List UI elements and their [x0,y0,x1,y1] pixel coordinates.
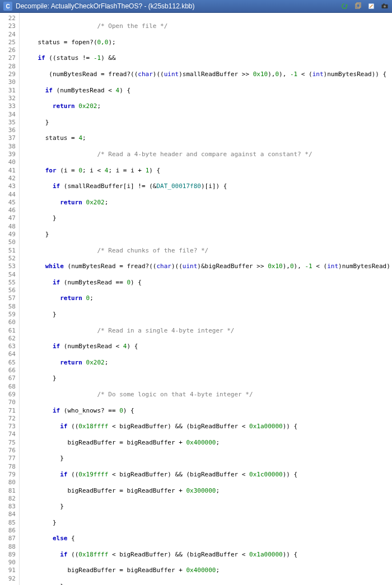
ident: numBytesRead [327,71,371,78]
number: 0x1a00000 [249,551,283,558]
line-number: 71 [0,407,16,415]
number: 0x18ffff [78,423,108,430]
code-line: } [23,311,392,319]
camera-icon[interactable] [381,2,389,10]
keyword: if [60,471,67,478]
line-number: 67 [0,375,16,382]
line-number: 44 [0,191,16,199]
ident: status [38,39,60,46]
line-number: 45 [0,199,16,207]
code-line: if (numBytesRead < 4) { [23,87,392,95]
code-line: bigReadBuffer = bigReadBuffer + 0x400000… [23,439,392,447]
number: 0x18ffff [78,551,108,558]
number: 0 [275,71,279,78]
code-line: return 0x202; [23,102,392,110]
line-number: 46 [0,207,16,214]
code-line: } [23,231,392,238]
code-line: } [23,455,392,462]
line-number: 55 [0,279,16,287]
ident: bigReadBuffer [119,471,167,478]
ident: i [116,167,120,174]
code-line: } [23,214,392,222]
decompile-window: C Decompile: ActuallyCheckOrFlashTheOS? … [0,0,392,585]
ident: i [208,182,212,190]
code-line: if (smallReadBuffer[i] != (&DAT_00017f80… [23,182,392,190]
code-line: if ((0x18ffff < bigReadBuffer) && (bigRe… [23,551,392,559]
ident: smallReadBuffer [183,71,238,78]
line-number: 69 [0,391,16,399]
type: uint [183,263,198,270]
code-line: status = fopen?(0,0); [23,39,392,46]
line-number: 74 [0,430,16,438]
number: 0x202 [86,199,105,206]
line-number: 24 [0,31,16,39]
code-line: bigReadBuffer = bigReadBuffer + 0x400000… [23,567,392,574]
keyword: if [45,87,53,94]
type: char [138,71,153,78]
type: int [312,71,324,78]
keyword: if [53,407,60,414]
ident: numBytesRead [60,87,104,94]
number: 0x300000 [186,487,216,494]
ident: who_knows? [67,407,104,414]
ident: numBytesRead [342,263,386,270]
code-line: if ((0x18ffff < bigReadBuffer) && (bigRe… [23,423,392,430]
number: 0x19ffff [78,471,108,478]
number: -1 [305,263,312,270]
code-line: } [23,519,392,527]
keyword: if [53,343,60,350]
number: -1 [94,54,101,62]
line-number: 38 [0,143,16,151]
language-badge: C [3,2,12,11]
keyword: else [53,535,68,542]
line-number: 43 [0,182,16,190]
number: 0x202 [78,102,97,110]
line-number: 39 [0,151,16,158]
ident: i [127,182,130,190]
code-line: /* Open the file */ [23,22,392,30]
number: 0x202 [86,359,105,366]
line-number: 40 [0,158,16,166]
line-number: 28 [0,63,16,71]
line-number: 81 [0,487,16,495]
line-number: 82 [0,495,16,503]
edit-icon[interactable] [367,2,375,10]
refresh-icon[interactable] [340,2,348,10]
line-number: 41 [0,167,16,175]
line-number: 73 [0,423,16,430]
ident: smallReadBuffer [67,182,123,190]
copy-icon[interactable] [354,2,362,10]
number: 0x1a00000 [249,423,283,430]
ident: status [45,134,68,142]
line-number: 83 [0,503,16,511]
line-number: 64 [0,350,16,358]
line-number: 68 [0,383,16,391]
ident: i [90,167,94,174]
keyword: return [60,359,82,366]
line-number: 61 [0,327,16,335]
code-line: } [23,503,392,511]
number: 0x10 [268,263,283,270]
editor-body: 2223242526272829303132333435363738394041… [0,13,392,585]
line-number: 75 [0,439,16,447]
func-call: fopen? [71,39,94,46]
keyword: return [53,102,75,110]
ident: bigReadBuffer [127,439,175,446]
number: 0x10 [253,71,268,78]
keyword: return [60,294,82,302]
line-number: 26 [0,46,16,54]
line-number: 33 [0,102,16,110]
line-number: 91 [0,567,16,574]
line-number: 92 [0,575,16,583]
code-line: (numBytesRead = fread?((char)((uint)smal… [23,71,392,78]
code-line: } [23,583,392,585]
number: 4 [116,87,120,94]
code-area[interactable]: /* Open the file */ status = fopen?(0,0)… [20,13,392,585]
code-line: else { [23,535,392,542]
line-number: 76 [0,447,16,455]
ident: i [130,167,134,174]
ident: numBytesRead [53,71,97,78]
line-number: 56 [0,287,16,294]
number: 0x400000 [186,567,216,574]
ident: bigReadBuffer [67,487,115,494]
